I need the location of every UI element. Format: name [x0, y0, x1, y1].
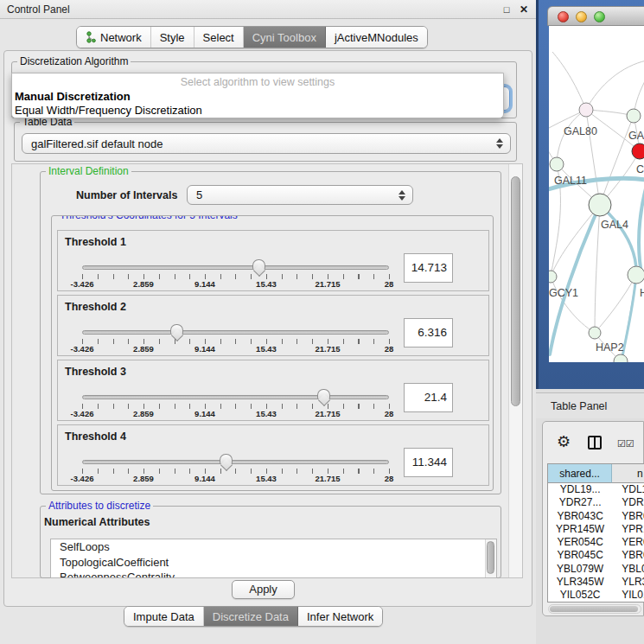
threshold-value-field[interactable]: 21.4 [404, 383, 453, 412]
list-item[interactable]: BetweennessCentrality [51, 570, 496, 578]
threshold-slider-track[interactable] [82, 395, 389, 399]
tick-label: 9.144 [194, 279, 215, 289]
column-header-name[interactable]: n [612, 464, 644, 483]
node-partial[interactable] [614, 354, 628, 362]
cell[interactable]: YBR0... [612, 549, 644, 562]
table-panel-titlebar: Table Panel [536, 392, 644, 418]
cell[interactable]: YDR27... [548, 496, 612, 509]
table-row[interactable]: YBL079WYBL0... [548, 563, 644, 576]
tick-label: 15.43 [256, 344, 277, 354]
threshold-label: Threshold 2 [65, 301, 126, 313]
cell[interactable]: YDL1... [612, 483, 644, 496]
close-icon[interactable]: ✕ [517, 3, 531, 16]
settings-scrollbar[interactable] [508, 164, 522, 577]
node-label: C [636, 163, 644, 175]
node-label: GAL11 [554, 175, 587, 187]
table-data-select[interactable]: galFiltered.sif default node [22, 133, 511, 154]
node-h[interactable] [628, 266, 644, 284]
list-scrollbar[interactable] [485, 539, 496, 578]
threshold-slider-track[interactable] [82, 265, 389, 270]
tab-cyni-toolbox[interactable]: Cyni Toolbox [244, 27, 326, 48]
table-row[interactable]: YLR345WYLR3... [548, 576, 644, 589]
tick-label: 28 [385, 279, 394, 289]
tab-network[interactable]: Network [77, 27, 151, 48]
cell[interactable]: YIL052C [548, 589, 612, 602]
slider-thumb[interactable] [252, 259, 265, 270]
tick-label: 21.715 [315, 409, 340, 418]
tab-infer-network[interactable]: Infer Network [298, 607, 382, 626]
tab-select[interactable]: Select [194, 27, 244, 48]
table-horizontal-scrollbar[interactable] [548, 604, 641, 614]
cell[interactable]: YLR3... [612, 576, 644, 589]
zoom-traffic-light-icon[interactable] [594, 11, 605, 22]
popup-hint: Select algorithm to view settings [12, 76, 503, 88]
bottom-tab-bar: Impute Data Discretize Data Infer Networ… [124, 606, 383, 627]
cell[interactable]: YER054C [548, 536, 612, 549]
node-gal11[interactable] [550, 157, 564, 171]
float-window-icon[interactable]: □ [500, 3, 513, 16]
cell[interactable]: YPR1... [612, 523, 644, 536]
gear-icon[interactable]: ⚙ [557, 432, 571, 451]
slider-thumb[interactable] [317, 389, 330, 399]
threshold-slider-track[interactable] [82, 460, 389, 464]
slider-thumb[interactable] [220, 454, 233, 464]
node-gal4[interactable] [589, 194, 611, 216]
cell[interactable]: YDR2... [612, 496, 644, 509]
network-window-titlebar[interactable] [547, 6, 644, 26]
number-of-intervals-select[interactable]: 5 [187, 185, 413, 205]
table-row[interactable]: YBR045CYBR0... [548, 549, 644, 562]
threshold-value-field[interactable]: 11.344 [404, 448, 453, 477]
network-graph: GAL80 GA C GAL11 GAL4 GCY1 H HAP2 [549, 26, 644, 362]
cell[interactable]: YER0... [612, 536, 644, 549]
threshold-panel: Threshold 2 -3.4262.8599.14415.4321.7152… [57, 295, 489, 356]
tab-impute-data[interactable]: Impute Data [124, 607, 204, 626]
slider-thumb[interactable] [170, 324, 183, 335]
table-row[interactable]: YDR27...YDR2... [548, 496, 644, 509]
list-item[interactable]: TopologicalCoefficient [51, 555, 496, 571]
cell[interactable]: YLR345W [548, 576, 612, 589]
selected-table: galFiltered.sif default node [31, 134, 163, 153]
tab-jactivemnodules[interactable]: jActiveMNodules [326, 27, 427, 48]
node-red[interactable] [632, 143, 644, 159]
column-header-shared[interactable]: shared... [548, 464, 612, 483]
threshold-value-field[interactable]: 6.316 [404, 318, 453, 348]
network-icon [86, 31, 96, 43]
node-label: GCY1 [549, 287, 578, 299]
popup-option-manual-discretization[interactable]: Manual Discretization [15, 90, 131, 103]
tick-label: 28 [385, 474, 394, 483]
cell[interactable]: YBL079W [548, 563, 612, 576]
network-view-window[interactable]: GAL80 GA C GAL11 GAL4 GCY1 H HAP2 [536, 0, 644, 389]
cell[interactable]: YBR045C [548, 549, 612, 562]
checkboxes-icon[interactable]: ☑☑ [617, 438, 634, 450]
threshold-value-field[interactable]: 14.713 [404, 253, 453, 283]
node-hap2[interactable] [589, 327, 601, 339]
close-traffic-light-icon[interactable] [558, 11, 569, 22]
apply-button[interactable]: Apply [232, 580, 295, 599]
tick-label: 2.859 [133, 279, 154, 289]
node-ga[interactable] [627, 109, 641, 123]
list-item[interactable]: SelfLoops [51, 539, 496, 555]
tab-discretize-data[interactable]: Discretize Data [204, 607, 298, 626]
table-row[interactable]: YPR145WYPR1... [548, 523, 644, 536]
table-row[interactable]: YBR043CYBR0... [548, 510, 644, 523]
cell[interactable]: YBR043C [548, 510, 612, 523]
table-row[interactable]: YER054CYER0... [548, 536, 644, 549]
node-gal80[interactable] [579, 103, 593, 117]
table-row[interactable]: YIL052CYIL0... [548, 589, 644, 602]
tick-label: 21.715 [315, 344, 340, 354]
popup-option-equal-width-frequency[interactable]: Equal Width/Frequency Discretization [15, 104, 202, 117]
table-row[interactable]: YDL19...YDL1... [548, 483, 644, 496]
cell[interactable]: YBL0... [612, 563, 644, 576]
threshold-slider-track[interactable] [82, 330, 389, 335]
minimize-traffic-light-icon[interactable] [576, 11, 587, 22]
node-label: GA [628, 130, 644, 142]
cell[interactable]: YBR0... [612, 510, 644, 523]
tab-style[interactable]: Style [151, 27, 194, 48]
node-gcy1[interactable] [549, 271, 557, 283]
table-panel-title: Table Panel [551, 400, 607, 412]
cell[interactable]: YDL19... [548, 483, 612, 496]
cell[interactable]: YPR145W [548, 523, 612, 536]
network-canvas[interactable]: GAL80 GA C GAL11 GAL4 GCY1 H HAP2 [549, 26, 644, 362]
columns-icon[interactable] [588, 436, 602, 450]
cell[interactable]: YIL0... [612, 589, 644, 602]
